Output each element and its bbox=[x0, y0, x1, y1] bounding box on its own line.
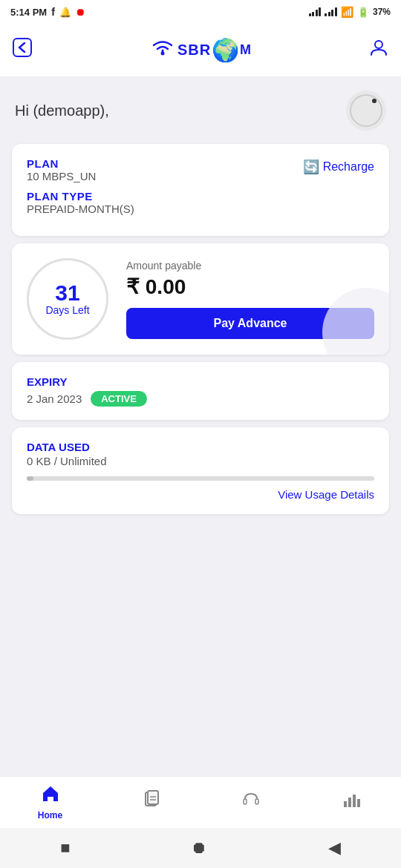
plan-card: PLAN 10 MBPS_UN PLAN TYPE PREPAID-MONTH(… bbox=[12, 144, 389, 236]
logo-telecom-text: M bbox=[240, 42, 252, 58]
active-status-badge: ACTIVE bbox=[91, 391, 147, 407]
svg-rect-11 bbox=[353, 795, 356, 807]
svg-point-2 bbox=[375, 41, 382, 48]
avatar-dot bbox=[372, 99, 376, 103]
svg-rect-8 bbox=[255, 799, 258, 804]
expiry-card: EXPIRY 2 Jan 2023 ACTIVE bbox=[12, 362, 389, 420]
signal-icon bbox=[309, 7, 322, 16]
svg-rect-7 bbox=[244, 799, 247, 804]
android-home-button[interactable]: ⏺ bbox=[191, 838, 207, 858]
bottom-navigation: Home bbox=[0, 776, 401, 828]
notification-icon: 🔔 bbox=[59, 7, 71, 18]
facebook-icon: f bbox=[51, 6, 55, 18]
nav-item-documents[interactable] bbox=[100, 789, 200, 815]
data-progress-bar-fill bbox=[27, 476, 33, 481]
data-progress-bar-bg bbox=[27, 476, 374, 481]
svg-rect-9 bbox=[344, 801, 347, 807]
nav-item-stats[interactable] bbox=[301, 789, 401, 815]
greeting-text: Hi (demoapp), bbox=[15, 102, 109, 119]
plan-type-label: PLAN TYPE bbox=[27, 190, 134, 203]
home-icon bbox=[41, 784, 60, 809]
expiry-row: 2 Jan 2023 ACTIVE bbox=[27, 391, 374, 407]
svg-rect-0 bbox=[13, 39, 31, 56]
wifi-icon: 📶 bbox=[341, 6, 353, 18]
android-navigation-bar: ■ ⏺ ◀ bbox=[0, 828, 401, 868]
screen-record-icon: ⏺ bbox=[76, 7, 85, 18]
android-back-button[interactable]: ◀ bbox=[328, 838, 341, 858]
logo-wifi-icon bbox=[149, 37, 176, 63]
nav-item-home[interactable]: Home bbox=[0, 784, 100, 821]
app-logo: SBR 🌍 M bbox=[33, 37, 368, 63]
greeting-section: Hi (demoapp), bbox=[0, 77, 401, 137]
days-circle: 31 Days Left bbox=[27, 258, 108, 340]
expiry-label: EXPIRY bbox=[27, 375, 374, 388]
home-nav-label: Home bbox=[38, 810, 62, 821]
plan-label: PLAN bbox=[27, 157, 134, 170]
status-time: 5:14 PM bbox=[10, 7, 47, 18]
amount-payable-label: Amount payable bbox=[126, 260, 374, 272]
avatar-ring bbox=[350, 94, 382, 127]
logo-globe-icon: 🌍 bbox=[212, 37, 239, 63]
nav-item-support[interactable] bbox=[200, 789, 301, 815]
android-stop-button[interactable]: ■ bbox=[60, 838, 70, 858]
stats-icon bbox=[342, 789, 361, 814]
documents-icon bbox=[141, 789, 160, 814]
data-used-label: DATA USED bbox=[27, 441, 374, 453]
logo-sbr-text: SBR bbox=[177, 42, 211, 59]
svg-rect-4 bbox=[148, 791, 158, 804]
signal-icon-2 bbox=[325, 7, 337, 16]
status-bar: 5:14 PM f 🔔 ⏺ 📶 🔋 37% bbox=[0, 0, 401, 24]
header: SBR 🌍 M bbox=[0, 24, 401, 77]
recharge-icon: 🔄 bbox=[303, 159, 319, 175]
battery-percent: 37% bbox=[373, 7, 391, 17]
svg-point-1 bbox=[160, 52, 164, 56]
recharge-button[interactable]: 🔄 Recharge bbox=[303, 159, 374, 175]
svg-rect-12 bbox=[357, 799, 360, 807]
data-used-value: 0 KB / Unlimited bbox=[27, 455, 374, 467]
days-number: 31 bbox=[55, 282, 79, 304]
back-button[interactable] bbox=[12, 37, 33, 63]
user-profile-icon[interactable] bbox=[368, 37, 389, 63]
data-used-card: DATA USED 0 KB / Unlimited View Usage De… bbox=[12, 427, 389, 514]
amount-value: ₹ 0.00 bbox=[126, 274, 374, 299]
svg-rect-10 bbox=[348, 798, 351, 807]
plan-value: 10 MBPS_UN bbox=[27, 170, 134, 183]
view-usage-details-button[interactable]: View Usage Details bbox=[27, 488, 374, 501]
headset-icon bbox=[241, 789, 261, 814]
days-label: Days Left bbox=[45, 304, 89, 316]
plan-type-value: PREPAID-MONTH(S) bbox=[27, 203, 134, 215]
recharge-label: Recharge bbox=[323, 160, 374, 174]
avatar bbox=[346, 91, 386, 131]
battery-icon: 🔋 bbox=[357, 7, 369, 18]
days-payment-card: 31 Days Left Amount payable ₹ 0.00 Pay A… bbox=[12, 243, 389, 355]
expiry-date: 2 Jan 2023 bbox=[27, 392, 82, 405]
